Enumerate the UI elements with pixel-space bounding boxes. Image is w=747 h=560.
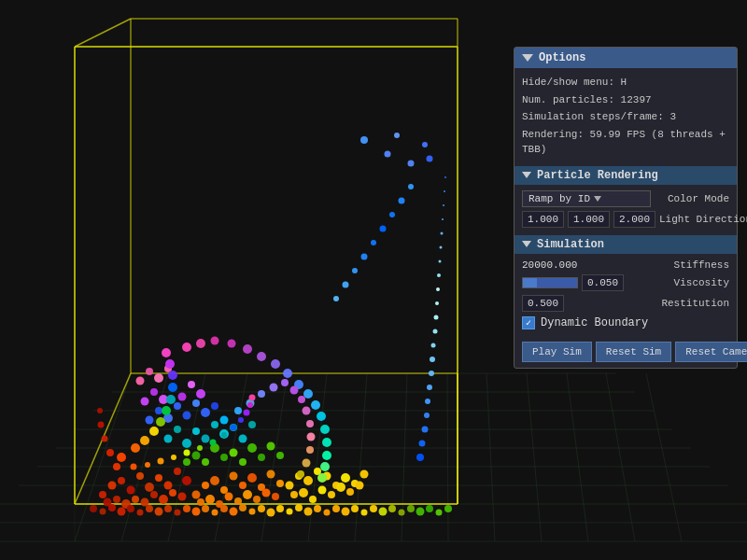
svg-point-173 [131,443,140,453]
options-collapse-icon [522,54,533,62]
svg-point-131 [154,373,163,383]
viscosity-slider[interactable] [522,277,578,288]
reset-sim-button[interactable]: Reset Sim [596,342,671,362]
options-header[interactable]: Options [514,48,737,68]
particle-rendering-collapse-icon [522,172,531,178]
particles-info: Num. particles: 12397 [522,91,729,109]
options-title: Options [539,51,585,64]
svg-point-244 [371,240,376,245]
svg-point-139 [146,505,153,512]
svg-point-147 [220,505,228,512]
svg-point-148 [230,508,238,516]
svg-point-74 [262,489,271,497]
svg-point-56 [178,493,187,501]
svg-point-192 [303,389,313,399]
svg-point-165 [388,505,396,512]
svg-point-157 [314,505,321,512]
svg-point-98 [230,449,238,457]
svg-point-59 [210,476,219,485]
svg-point-255 [210,440,217,446]
svg-point-158 [324,510,331,516]
svg-point-60 [220,486,228,494]
svg-point-49 [113,496,120,503]
svg-point-104 [164,435,173,443]
svg-point-112 [239,435,247,443]
rendering-info: Rendering: 59.99 FPS (8 threads + TBB) [522,126,729,159]
svg-point-258 [238,417,244,423]
svg-point-72 [243,490,252,499]
options-panel: Options Hide/show menu: H Num. particles… [514,47,738,369]
svg-point-171 [444,505,452,512]
svg-point-42 [136,472,144,480]
dynamic-boundary-checkbox[interactable]: ✓ [522,316,535,329]
svg-point-149 [239,504,247,511]
svg-point-54 [159,495,168,504]
restitution-value[interactable]: 0.500 [522,295,564,312]
options-info: Hide/show menu: H Num. particles: 12397 … [514,68,737,164]
svg-point-221 [422,427,429,433]
svg-point-161 [351,505,359,512]
particle-rendering-header[interactable]: Particle Rendering [514,166,737,185]
svg-point-109 [211,421,218,428]
svg-point-231 [436,287,440,291]
svg-point-70 [225,493,233,501]
svg-point-145 [202,505,209,512]
svg-point-68 [205,495,215,504]
reset-camera-button[interactable]: Reset Camera [675,342,747,362]
light-val3[interactable]: 2.000 [613,211,655,228]
play-sim-button[interactable]: Play Sim [522,342,592,362]
stiffness-label: Stiffness [655,259,729,271]
svg-point-172 [117,453,126,462]
svg-point-82 [341,473,350,483]
svg-point-246 [352,268,358,273]
svg-point-75 [272,493,279,500]
simulation-collapse-icon [522,241,531,247]
svg-point-183 [182,343,191,352]
svg-point-236 [442,218,444,220]
svg-point-61 [230,472,238,481]
svg-point-217 [303,459,311,468]
ramp-by-id-dropdown[interactable]: Ramp by ID [522,190,651,207]
svg-point-97 [220,454,228,461]
svg-point-174 [140,436,149,445]
light-val1[interactable]: 1.000 [522,211,564,228]
svg-point-47 [182,476,191,485]
svg-point-210 [281,379,289,386]
simulation-header[interactable]: Simulation [514,235,737,254]
svg-point-136 [118,508,126,516]
svg-point-101 [258,454,265,461]
svg-point-243 [380,226,387,232]
svg-point-40 [118,477,125,484]
stiffness-value[interactable]: 20000.000 [522,259,597,271]
svg-point-84 [360,470,369,479]
svg-point-58 [202,482,209,489]
svg-point-66 [276,480,284,487]
svg-point-193 [311,400,320,410]
svg-point-263 [385,151,391,158]
dynamic-boundary-row: ✓ Dynamic Boundary [522,314,729,332]
svg-point-256 [221,432,227,438]
svg-point-216 [306,446,314,454]
svg-point-67 [197,498,204,506]
light-val2[interactable]: 1.000 [568,211,610,228]
svg-point-229 [434,315,439,320]
svg-point-102 [267,442,275,451]
svg-point-248 [333,296,339,301]
svg-point-52 [141,498,149,507]
viscosity-value[interactable]: 0.050 [582,274,624,291]
svg-point-253 [184,450,190,456]
svg-point-143 [183,505,190,512]
svg-point-45 [164,482,173,490]
svg-point-222 [424,413,430,418]
svg-point-204 [97,408,103,413]
svg-point-41 [127,486,135,495]
light-direction-row: 1.000 1.000 2.000 Light Direction [522,209,729,230]
svg-point-90 [336,483,345,492]
svg-point-142 [175,510,181,516]
svg-point-65 [267,470,275,479]
svg-point-51 [132,496,139,503]
svg-point-108 [202,435,210,443]
svg-point-237 [443,204,444,206]
svg-point-107 [192,427,200,435]
svg-point-155 [295,504,303,511]
